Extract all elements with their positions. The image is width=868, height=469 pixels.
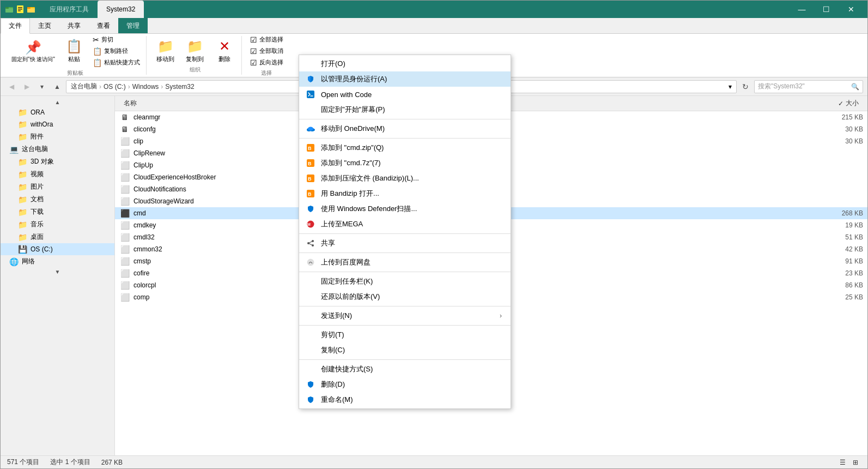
- sidebar-item-network[interactable]: 🌐 网络: [1, 255, 114, 268]
- delete-button[interactable]: ✕ 删除: [211, 37, 238, 65]
- sidebar-item-this-pc[interactable]: 💻 这台电脑: [1, 143, 114, 155]
- ctx-add-zip[interactable]: B 添加到 "cmd.zip"(Q): [299, 140, 511, 155]
- system32-tab[interactable]: System32: [98, 1, 144, 18]
- refresh-button[interactable]: ↻: [739, 80, 752, 93]
- sidebar-item-ora[interactable]: 📁 ORA: [1, 106, 114, 118]
- col-size[interactable]: ✓ 大小: [809, 99, 863, 108]
- rename-shield-icon: [306, 395, 315, 405]
- view-controls: ☰ ⊞: [837, 457, 861, 468]
- search-bar[interactable]: 搜索"System32" 🔍: [754, 80, 863, 93]
- ribbon-tab-view[interactable]: 查看: [89, 18, 118, 33]
- status-bar: 571 个项目 选中 1 个项目 267 KB ☰ ⊞: [1, 455, 867, 468]
- address-dropdown[interactable]: ▾: [729, 83, 732, 91]
- sidebar-item-music[interactable]: 📁 音乐: [1, 218, 114, 231]
- send-to-icon: [306, 311, 315, 321]
- ctx-mega[interactable]: M 上传至MEGA: [299, 217, 511, 232]
- sidebar-item-pictures[interactable]: 📁 图片: [1, 181, 114, 193]
- forward-button[interactable]: ▶: [20, 80, 33, 93]
- select-label: 选择: [261, 69, 272, 77]
- ctx-baidu[interactable]: 上传到百度网盘: [299, 255, 511, 270]
- selected-info: 选中 1 个项目: [50, 458, 90, 467]
- svg-rect-9: [27, 7, 31, 9]
- ribbon-select-items: ☑ 全部选择 ☑ 全部取消 ☑ 反向选择: [247, 34, 286, 68]
- ribbon-tab-share[interactable]: 共享: [59, 18, 89, 33]
- invert-selection-button[interactable]: ☑ 反向选择: [247, 57, 286, 68]
- ctx-send-to[interactable]: 发送到(N) ›: [299, 308, 511, 323]
- note-icon: [16, 5, 25, 14]
- paste-icon: 📋: [66, 39, 82, 54]
- restore-icon: [306, 292, 315, 302]
- breadcrumb-system32[interactable]: System32: [165, 83, 194, 91]
- ctx-create-shortcut[interactable]: 创建快捷方式(S): [299, 362, 511, 377]
- ctx-open-bandizip[interactable]: B 用 Bandizip 打开...: [299, 186, 511, 201]
- sidebar-item-videos[interactable]: 📁 视频: [1, 168, 114, 181]
- copy-to-button[interactable]: 📁 复制到: [181, 37, 209, 65]
- sidebar-item-downloads[interactable]: 📁 下载: [1, 206, 114, 218]
- clipboard-label: 剪贴板: [67, 69, 83, 77]
- ctx-defender[interactable]: 使用 Windows Defender扫描...: [299, 201, 511, 217]
- svg-line-27: [308, 241, 313, 243]
- file-icon: ⬜: [119, 197, 130, 206]
- paste-shortcut-button[interactable]: 📋 粘贴快捷方式: [90, 57, 143, 68]
- svg-rect-6: [18, 10, 21, 11]
- sidebar-item-attachments[interactable]: 📁 附件: [1, 130, 114, 143]
- ctx-run-as-admin[interactable]: 以管理员身份运行(A): [299, 71, 511, 87]
- breadcrumb-os-c[interactable]: OS (C:): [104, 83, 126, 91]
- ctx-open[interactable]: 打开(O): [299, 56, 511, 71]
- ribbon-tab-manage[interactable]: 管理: [118, 18, 148, 33]
- paste-button[interactable]: 📋 粘贴: [60, 37, 88, 65]
- pin-taskbar-icon: [306, 276, 315, 286]
- up-button[interactable]: ▲: [51, 80, 64, 93]
- window-controls: — ☐ ✕: [790, 1, 863, 18]
- sidebar-scroll-up[interactable]: ▲: [1, 98, 114, 106]
- sidebar-scroll-down[interactable]: ▼: [1, 268, 114, 276]
- vscode-icon: [306, 89, 315, 99]
- cut-button[interactable]: ✂ 剪切: [90, 34, 143, 45]
- file-icon: ⬜: [119, 149, 130, 158]
- sidebar-item-documents[interactable]: 📁 文档: [1, 193, 114, 206]
- pin-to-quickaccess-button[interactable]: 📌 固定到"快 速访问": [8, 38, 58, 64]
- breadcrumb-this-pc[interactable]: 这台电脑: [71, 82, 97, 91]
- deselect-button[interactable]: ☑ 全部取消: [247, 46, 286, 57]
- title-bar: 应用程序工具 System32 — ☐ ✕: [1, 1, 867, 18]
- ctx-copy[interactable]: 复制(C): [299, 342, 511, 358]
- back-button[interactable]: ◀: [5, 80, 18, 93]
- move-to-button[interactable]: 📁 移动到: [152, 37, 179, 65]
- ribbon-tab-file[interactable]: 文件: [1, 18, 30, 34]
- ctx-pin-taskbar[interactable]: 固定到任务栏(K): [299, 274, 511, 289]
- details-view-button[interactable]: ☰: [837, 457, 848, 468]
- bandizip-archive-icon: B: [306, 173, 315, 183]
- sidebar-item-3d-objects[interactable]: 📁 3D 对象: [1, 155, 114, 168]
- folder-green-icon: [5, 5, 14, 14]
- select-all-button[interactable]: ☑ 全部选择: [247, 34, 286, 45]
- ctx-onedrive[interactable]: 移动到 OneDrive(M): [299, 121, 511, 136]
- close-button[interactable]: ✕: [839, 1, 863, 18]
- selected-size: 267 KB: [101, 459, 123, 466]
- ctx-pin-start[interactable]: 固定到"开始"屏幕(P): [299, 102, 511, 117]
- folder-icon: 📁: [18, 233, 27, 242]
- maximize-button[interactable]: ☐: [814, 1, 839, 18]
- minimize-button[interactable]: —: [790, 1, 814, 18]
- ctx-add-7z[interactable]: B 添加到 "cmd.7z"(7): [299, 155, 511, 171]
- ctx-rename[interactable]: 重命名(M): [299, 392, 511, 407]
- ctx-restore-version[interactable]: 还原以前的版本(V): [299, 289, 511, 304]
- title-bar-app-icons: [5, 5, 35, 14]
- svg-point-13: [308, 127, 313, 131]
- copy-path-button[interactable]: 📋 复制路径: [90, 46, 143, 57]
- sidebar-item-withora[interactable]: 📁 withOra: [1, 118, 114, 130]
- ctx-cut[interactable]: 剪切(T): [299, 327, 511, 342]
- svg-text:B: B: [308, 146, 312, 151]
- ribbon-organize-items: 📁 移动到 📁 复制到 ✕ 删除: [152, 37, 238, 65]
- dropdown-button[interactable]: ▾: [35, 80, 48, 93]
- breadcrumb-windows[interactable]: Windows: [132, 83, 159, 91]
- ctx-delete[interactable]: 删除(D): [299, 377, 511, 392]
- svg-text:B: B: [308, 176, 312, 182]
- ctx-open-with-code[interactable]: Open with Code: [299, 87, 511, 102]
- app-tools-tab[interactable]: 应用程序工具: [41, 1, 98, 18]
- ctx-add-archive[interactable]: B 添加到压缩文件 (Bandizip)(L)...: [299, 171, 511, 186]
- sidebar-item-desktop[interactable]: 📁 桌面: [1, 231, 114, 243]
- ribbon-tab-home[interactable]: 主页: [30, 18, 59, 33]
- large-icons-view-button[interactable]: ⊞: [850, 457, 861, 468]
- ctx-share[interactable]: 共享: [299, 236, 511, 251]
- sidebar-item-os-c[interactable]: 💾 OS (C:): [1, 243, 114, 255]
